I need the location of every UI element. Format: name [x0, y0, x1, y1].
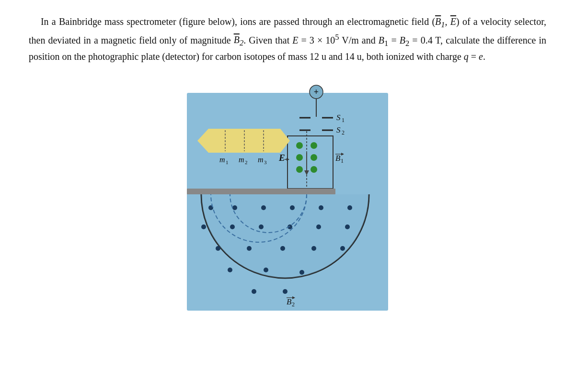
svg-rect-41 — [187, 189, 335, 194]
svg-point-56 — [280, 246, 285, 251]
svg-point-17 — [296, 166, 303, 173]
svg-point-59 — [228, 268, 232, 272]
svg-point-58 — [340, 246, 345, 251]
svg-text:2: 2 — [342, 129, 345, 136]
charge-text: charge — [436, 51, 461, 62]
svg-text:3: 3 — [264, 159, 267, 165]
svg-point-18 — [310, 166, 317, 173]
svg-point-14 — [310, 142, 317, 149]
svg-text:m: m — [258, 156, 264, 164]
svg-point-57 — [311, 246, 316, 251]
svg-text:2: 2 — [292, 301, 295, 308]
svg-text:E: E — [278, 153, 285, 163]
svg-point-50 — [259, 224, 264, 229]
bainbridge-figure: + S 1 S 2 E — [182, 78, 393, 318]
problem-text: In a Bainbridge mass spectrometer (figur… — [29, 14, 546, 64]
svg-point-45 — [290, 205, 295, 210]
svg-point-47 — [347, 205, 352, 210]
svg-text:1: 1 — [341, 157, 344, 164]
svg-point-52 — [316, 224, 321, 229]
svg-text:S: S — [336, 113, 341, 122]
svg-point-46 — [319, 205, 323, 210]
svg-text:m: m — [219, 156, 225, 164]
svg-point-55 — [247, 246, 252, 251]
svg-text:1: 1 — [226, 159, 229, 165]
svg-point-62 — [252, 289, 256, 294]
svg-text:S: S — [336, 125, 341, 134]
svg-point-16 — [310, 154, 317, 161]
svg-point-43 — [232, 205, 237, 210]
svg-point-15 — [296, 154, 303, 161]
svg-point-13 — [296, 142, 303, 149]
svg-text:B: B — [335, 154, 341, 163]
svg-point-60 — [264, 268, 268, 272]
svg-text:m: m — [239, 156, 244, 164]
svg-point-49 — [230, 224, 235, 229]
svg-point-61 — [299, 270, 304, 275]
svg-point-44 — [261, 205, 266, 210]
svg-point-63 — [283, 289, 288, 294]
svg-text:+: + — [314, 87, 319, 97]
svg-text:B: B — [287, 297, 292, 306]
svg-text:2: 2 — [245, 159, 248, 165]
svg-point-54 — [216, 246, 220, 251]
svg-text:1: 1 — [342, 117, 345, 123]
svg-point-53 — [345, 224, 350, 229]
svg-point-48 — [201, 224, 206, 229]
figure-container: + S 1 S 2 E — [182, 78, 393, 318]
